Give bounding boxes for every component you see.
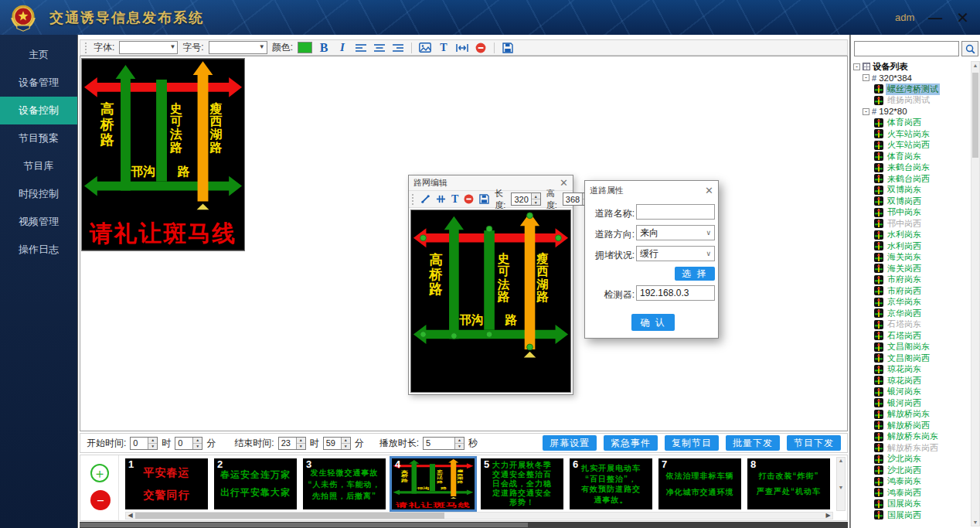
- close-icon[interactable]: ✕: [956, 11, 969, 25]
- sidebar-item-time-control[interactable]: 时段控制: [0, 180, 77, 208]
- align-left-icon[interactable]: [354, 42, 368, 54]
- tree-item[interactable]: 琼花岗西: [853, 375, 970, 387]
- tree-item[interactable]: 邗中岗东: [853, 207, 970, 219]
- tree-item[interactable]: 水利岗西: [853, 240, 970, 252]
- road-direction-select[interactable]: 来向∨: [636, 225, 715, 240]
- text-tool-icon[interactable]: T: [437, 42, 451, 54]
- program-horizontal-scrollbar[interactable]: ◀ ▶: [125, 512, 833, 519]
- spin-up-icon[interactable]: ▲: [297, 438, 305, 444]
- sidebar-item-operation-log[interactable]: 操作日志: [0, 236, 77, 264]
- tree-item[interactable]: 双博岗东: [853, 185, 970, 196]
- sidebar-item-program-plan[interactable]: 节目预案: [0, 124, 77, 152]
- sidebar-item-home[interactable]: 主页: [0, 41, 77, 69]
- italic-button[interactable]: I: [335, 42, 349, 54]
- delete-icon[interactable]: [474, 42, 488, 54]
- tree-item[interactable]: 维扬岗测试: [853, 95, 970, 107]
- program-thumb-6[interactable]: 6扎实开展电动车“百日整治”，有效预防道路交通事故。: [570, 458, 652, 509]
- tree-item[interactable]: 解放桥东岗东: [853, 431, 970, 443]
- tree-item[interactable]: 国展岗东: [853, 499, 970, 510]
- congestion-select[interactable]: 缓行∨: [636, 246, 715, 261]
- tree-item[interactable]: 海关岗东: [853, 252, 970, 264]
- action-button-0[interactable]: 屏幕设置: [543, 435, 597, 451]
- close-icon[interactable]: ✕: [560, 178, 568, 188]
- save-icon[interactable]: [479, 193, 489, 206]
- tree-item[interactable]: 来鹤台岗东: [853, 162, 970, 174]
- length-stepper[interactable]: 320 ▲▼: [511, 192, 540, 206]
- spin-up-icon[interactable]: ▲: [193, 438, 202, 444]
- tree-item[interactable]: 文昌阁岗东: [853, 342, 970, 353]
- tree-root[interactable]: - 设备列表: [853, 61, 970, 73]
- add-program-button[interactable]: ＋: [90, 464, 109, 482]
- end-hour-stepper[interactable]: 23▲▼: [278, 437, 306, 450]
- spin-up-icon[interactable]: ▲: [532, 193, 540, 199]
- sidebar-item-program-library[interactable]: 节目库: [0, 152, 77, 180]
- close-icon[interactable]: ✕: [705, 186, 713, 196]
- insert-image-icon[interactable]: [418, 42, 432, 54]
- tree-item[interactable]: 市府岗西: [853, 285, 970, 297]
- collapse-icon[interactable]: -: [853, 63, 860, 70]
- spin-down-icon[interactable]: ▼: [148, 444, 157, 449]
- scroll-up-icon[interactable]: ▲: [971, 63, 979, 68]
- minimize-icon[interactable]: —: [928, 11, 942, 25]
- tree-item[interactable]: 火车站岗西: [853, 140, 970, 152]
- collapse-icon[interactable]: -: [863, 74, 869, 81]
- tree-item[interactable]: 鸿泰岗西: [853, 487, 970, 499]
- confirm-button[interactable]: 确 认: [631, 314, 675, 331]
- scrollbar-thumb[interactable]: [135, 513, 444, 519]
- tree-item[interactable]: 解放桥东岗西: [853, 442, 970, 454]
- tree-item[interactable]: 海关岗西: [853, 263, 970, 274]
- sidebar-item-video-management[interactable]: 视频管理: [0, 208, 77, 236]
- sign-preview[interactable]: 请礼让斑马线: [81, 58, 245, 251]
- tree-item[interactable]: 沙北岗西: [853, 465, 970, 476]
- tree-item[interactable]: 琼花岗东: [853, 364, 970, 376]
- tree-item[interactable]: 国展岗西: [853, 509, 970, 521]
- tree-item[interactable]: 石塔岗西: [853, 330, 970, 342]
- duration-stepper[interactable]: 5▲▼: [423, 437, 464, 450]
- tree-item[interactable]: 石塔岗东: [853, 319, 970, 331]
- tree-item[interactable]: 解放桥岗西: [853, 420, 970, 431]
- scrollbar-thumb[interactable]: [972, 73, 978, 158]
- tree-item[interactable]: 沙北岗东: [853, 454, 970, 465]
- road-name-field[interactable]: [636, 204, 715, 220]
- program-thumb-5[interactable]: 5大力开展秋冬季交通安全整治百日会战，全力稳定道路交通安全形势！: [481, 458, 563, 509]
- tree-item[interactable]: 鸿泰岗东: [853, 476, 970, 488]
- bold-button[interactable]: B: [317, 42, 331, 54]
- action-button-3[interactable]: 批量下发: [726, 435, 780, 451]
- text-tool-icon[interactable]: T: [451, 193, 458, 206]
- action-button-4[interactable]: 节目下发: [787, 435, 841, 451]
- end-minute-stepper[interactable]: 59▲▼: [323, 437, 351, 450]
- spin-down-icon[interactable]: ▼: [297, 444, 305, 449]
- tree-item[interactable]: 文昌阁岗西: [853, 353, 970, 364]
- tree-item[interactable]: 京华岗东: [853, 297, 970, 308]
- font-size-select[interactable]: ▼: [209, 41, 267, 54]
- sidebar-item-device-management[interactable]: 设备管理: [0, 69, 77, 97]
- spin-down-icon[interactable]: ▼: [455, 444, 464, 449]
- tree-item[interactable]: 邗中岗西: [853, 218, 970, 230]
- collapse-icon[interactable]: -: [863, 108, 869, 115]
- tree-item[interactable]: 解放桥岗东: [853, 409, 970, 421]
- spin-up-icon[interactable]: ▲: [342, 438, 350, 444]
- tree-item[interactable]: 银河岗东: [853, 387, 970, 398]
- align-right-icon[interactable]: [391, 42, 405, 54]
- dialog-titlebar[interactable]: 道路属性 ✕: [585, 181, 718, 199]
- spin-down-icon[interactable]: ▼: [193, 444, 202, 449]
- spin-up-icon[interactable]: ▲: [455, 438, 464, 444]
- program-thumb-7[interactable]: 7依法治理非标车辆净化城市交通环境: [658, 458, 741, 509]
- device-search-input[interactable]: [854, 41, 959, 56]
- draw-line-icon[interactable]: [420, 193, 430, 206]
- program-thumb-4[interactable]: 4 请礼让斑马线: [392, 458, 475, 509]
- search-button[interactable]: [961, 41, 978, 56]
- scroll-down-icon[interactable]: ▼: [971, 519, 979, 525]
- tree-item[interactable]: 银河岗西: [853, 397, 970, 409]
- tree-item[interactable]: 体育岗西: [853, 118, 970, 129]
- tree-item[interactable]: 水利岗东: [853, 230, 970, 241]
- tree-item[interactable]: 市府岗东: [853, 274, 970, 286]
- tree-item[interactable]: 体育岗东: [853, 151, 970, 162]
- spin-down-icon[interactable]: ▼: [532, 199, 540, 205]
- remove-program-button[interactable]: －: [90, 490, 111, 510]
- tree-item[interactable]: 双博岗西: [853, 196, 970, 207]
- select-button[interactable]: 选 择: [675, 267, 715, 281]
- main-horizontal-scrollbar[interactable]: [80, 522, 848, 528]
- action-button-1[interactable]: 紧急事件: [604, 435, 658, 451]
- width-adjust-icon[interactable]: [455, 42, 469, 54]
